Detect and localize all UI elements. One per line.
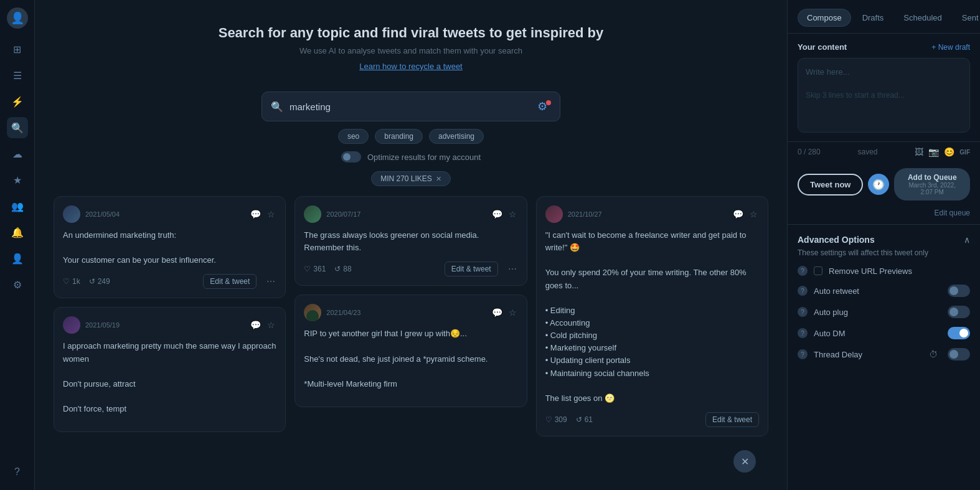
likes-count: 1k — [72, 277, 80, 286]
close-button[interactable]: ✕ — [733, 450, 756, 473]
edit-tweet-button[interactable]: Edit & tweet — [705, 412, 759, 427]
compose-placeholder: Write here... — [806, 66, 962, 78]
edit-tweet-button[interactable]: Edit & tweet — [203, 274, 257, 289]
emoji-button[interactable]: 😊 — [944, 147, 954, 157]
edit-tweet-button[interactable]: Edit & tweet — [445, 261, 498, 276]
remove-filter-icon[interactable]: ✕ — [436, 175, 441, 183]
tweet-star-icon[interactable]: ☆ — [748, 208, 759, 220]
likes-stat: ♡ 1k — [63, 277, 80, 286]
remove-url-help-icon[interactable]: ? — [798, 266, 808, 276]
auto-retweet-help-icon[interactable]: ? — [798, 286, 808, 296]
auto-plug-help-icon[interactable]: ? — [798, 307, 808, 317]
edit-queue-link[interactable]: Edit queue — [935, 209, 970, 217]
queue-date: March 3rd, 2022, 2:07 PM — [903, 182, 961, 196]
card-header: 2021/04/23 💬 ☆ — [304, 304, 517, 321]
settings-icon[interactable]: ⚙ — [7, 274, 28, 295]
cards-column-2: 2020/07/17 💬 ☆ The grass always looks gr… — [294, 196, 527, 478]
card-actions: 💬 ☆ — [491, 306, 518, 319]
tab-drafts[interactable]: Drafts — [854, 9, 893, 26]
card-date: 2021/05/04 — [85, 210, 120, 218]
retweets-stat: ↺ 249 — [89, 277, 110, 286]
avatar[interactable]: 👤 — [7, 7, 28, 29]
advanced-chevron-icon: ∧ — [964, 235, 970, 245]
help-icon[interactable]: ? — [7, 461, 28, 483]
star-icon[interactable]: ★ — [7, 169, 28, 191]
remove-url-checkbox[interactable] — [814, 266, 822, 275]
likes-stat: ♡ 361 — [304, 265, 326, 273]
tab-scheduled[interactable]: Scheduled — [895, 9, 950, 26]
new-draft-button[interactable]: + New draft — [931, 43, 970, 52]
card-user: 2021/05/04 — [63, 205, 120, 223]
auto-dm-toggle[interactable] — [948, 327, 970, 339]
image-upload-button[interactable]: 🖼 — [915, 147, 923, 157]
likes-count: 361 — [313, 265, 326, 273]
add-to-queue-button[interactable]: Add to Queue March 3rd, 2022, 2:07 PM — [894, 168, 970, 200]
tweet-card: 2020/07/17 💬 ☆ The grass always looks gr… — [294, 196, 527, 286]
tweet-card: 2021/05/04 💬 ☆ An undermined marketing t… — [54, 196, 286, 298]
card-header: 2020/07/17 💬 ☆ — [304, 205, 517, 223]
more-options-icon[interactable]: ⋯ — [265, 275, 276, 288]
compose-footer: 0 / 280 saved 🖼 📷 😊 GIF — [788, 141, 980, 162]
filter-pill-row: MIN 270 LIKES ✕ — [54, 171, 768, 186]
card-avatar — [304, 304, 321, 321]
cards-grid: 2021/05/04 💬 ☆ An undermined marketing t… — [54, 196, 768, 478]
thread-delay-toggle[interactable] — [948, 348, 970, 360]
advanced-section: Advanced Options ∧ These settings will a… — [788, 224, 980, 375]
thread-delay-help-icon[interactable]: ? — [798, 349, 808, 359]
tweet-star-icon[interactable]: ☆ — [266, 319, 276, 331]
card-stats: ♡ 309 ↺ 61 Edit & tweet — [545, 412, 759, 427]
tab-sent[interactable]: Sent — [953, 9, 980, 26]
advanced-options-header[interactable]: Advanced Options ∧ — [798, 231, 970, 248]
photo-button[interactable]: 📷 — [928, 147, 939, 157]
tweet-chat-icon[interactable]: 💬 — [249, 319, 262, 331]
tweet-chat-icon[interactable]: 💬 — [249, 208, 262, 220]
tweet-star-icon[interactable]: ☆ — [507, 208, 518, 220]
learn-link[interactable]: Learn how to recycle a tweet — [359, 62, 462, 71]
tweet-card: 2021/04/23 💬 ☆ RIP to yet another girl t… — [294, 294, 527, 407]
tweet-star-icon[interactable]: ☆ — [507, 306, 518, 319]
page-subtitle: We use AI to analyse tweets and match th… — [54, 46, 768, 55]
home-icon[interactable]: ⊞ — [7, 39, 28, 60]
tag-branding[interactable]: branding — [375, 129, 423, 144]
heart-icon: ♡ — [63, 277, 70, 286]
optimize-toggle[interactable] — [341, 151, 361, 163]
card-header: 2021/05/19 💬 ☆ — [63, 316, 276, 334]
tweet-chat-icon[interactable]: 💬 — [491, 208, 504, 220]
tag-seo[interactable]: seo — [338, 129, 369, 144]
likes-count: 309 — [555, 415, 567, 424]
schedule-clock-button[interactable]: 🕐 — [868, 174, 889, 195]
auto-dm-help-icon[interactable]: ? — [798, 328, 808, 338]
cloud-icon[interactable]: ☁ — [7, 143, 28, 164]
search-input[interactable] — [290, 101, 529, 112]
tweet-star-icon[interactable]: ☆ — [266, 208, 276, 220]
gif-button[interactable]: GIF — [959, 149, 970, 156]
users-icon[interactable]: 👥 — [7, 196, 28, 217]
tag-advertising[interactable]: advertising — [429, 129, 484, 144]
thread-delay-icon: ⏱ — [929, 349, 938, 359]
saved-label: saved — [858, 148, 878, 156]
person-icon[interactable]: 👤 — [7, 248, 28, 269]
advanced-options-body: These settings will affect this tweet on… — [798, 248, 970, 360]
lightning-icon[interactable]: ⚡ — [7, 91, 28, 112]
auto-retweet-toggle[interactable] — [948, 285, 970, 297]
bell-icon[interactable]: 🔔 — [7, 222, 28, 243]
optimize-row: Optimize results for my account — [54, 151, 768, 163]
card-stats: ♡ 1k ↺ 249 Edit & tweet ⋯ — [63, 274, 276, 289]
more-options-icon[interactable]: ⋯ — [507, 263, 518, 275]
tweet-chat-icon[interactable]: 💬 — [491, 306, 504, 319]
auto-plug-toggle[interactable] — [948, 306, 970, 318]
media-buttons: 🖼 📷 😊 GIF — [915, 147, 970, 157]
page-title: Search for any topic and find viral twee… — [54, 25, 768, 41]
card-actions: 💬 ☆ — [249, 319, 276, 331]
card-avatar — [545, 205, 563, 223]
tweet-now-button[interactable]: Tweet now — [798, 174, 863, 196]
tab-compose[interactable]: Compose — [798, 9, 851, 27]
tweet-chat-icon[interactable]: 💬 — [732, 208, 745, 220]
menu-icon[interactable]: ☰ — [7, 65, 28, 86]
remove-url-label: Remove URL Previews — [829, 266, 970, 276]
compose-area[interactable]: Write here... Skip 3 lines to start a th… — [798, 58, 970, 133]
section-header: Your content + New draft — [798, 42, 970, 52]
search-nav-icon[interactable]: 🔍 — [7, 117, 28, 138]
min-likes-filter[interactable]: MIN 270 LIKES ✕ — [371, 171, 451, 186]
sidebar: 👤 ⊞ ☰ ⚡ 🔍 ☁ ★ 👥 🔔 👤 ⚙ ? — [0, 0, 35, 490]
